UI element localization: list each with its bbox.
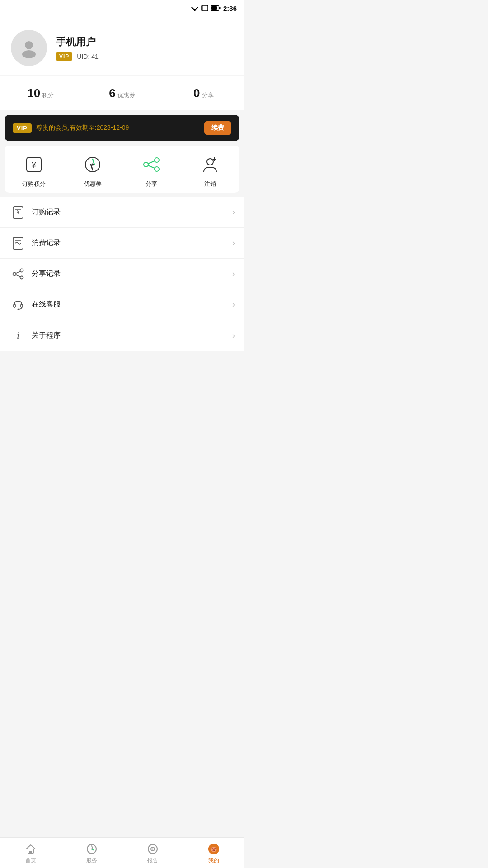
battery-icon xyxy=(211,5,221,11)
svg-line-33 xyxy=(16,274,20,276)
svg-line-20 xyxy=(148,165,155,168)
svg-point-17 xyxy=(144,162,148,167)
vip-banner: VIP 尊贵的会员,有效期至:2023-12-09 续费 xyxy=(5,115,239,141)
vip-uid-row: VIP UID: 41 xyxy=(56,52,99,61)
order-record-icon: ¥ xyxy=(9,203,27,222)
svg-point-16 xyxy=(155,158,159,162)
svg-line-32 xyxy=(16,271,20,273)
svg-point-9 xyxy=(22,50,36,58)
stats-section: 10 积分 6 优惠券 0 分享 xyxy=(0,76,244,110)
menu-text-about: 关于程序 xyxy=(32,331,232,340)
profile-info: 手机用户 VIP UID: 41 xyxy=(56,35,99,61)
svg-text:i: i xyxy=(17,330,19,341)
action-points-label: 订购积分 xyxy=(22,180,46,188)
svg-rect-34 xyxy=(14,304,15,307)
share-icon xyxy=(140,153,163,176)
stat-share-label: 分享 xyxy=(202,91,214,99)
action-coupon[interactable]: 优惠券 xyxy=(63,153,122,188)
status-bar: 2:36 xyxy=(0,0,244,16)
stat-points-number: 10 xyxy=(27,86,40,100)
svg-rect-3 xyxy=(202,5,208,11)
action-points[interactable]: ¥ 订购积分 xyxy=(5,153,63,188)
svg-point-8 xyxy=(25,41,33,49)
vip-expire-text: 尊贵的会员,有效期至:2023-12-09 xyxy=(36,124,129,132)
stat-points-label: 积分 xyxy=(42,91,54,99)
sim-icon xyxy=(201,5,208,11)
vip-badge: VIP xyxy=(56,52,72,61)
svg-point-36 xyxy=(18,308,19,310)
menu-item-about[interactable]: i 关于程序 › xyxy=(0,320,244,351)
username: 手机用户 xyxy=(56,35,99,49)
svg-point-15 xyxy=(92,164,94,166)
menu-text-order-record: 订购记录 xyxy=(32,208,232,217)
vip-banner-left: VIP 尊贵的会员,有效期至:2023-12-09 xyxy=(13,123,129,133)
menu-item-share-record[interactable]: 分享记录 › xyxy=(0,259,244,289)
menu-item-order-record[interactable]: ¥ 订购记录 › xyxy=(0,197,244,228)
action-share-label: 分享 xyxy=(145,180,157,188)
status-time: 2:36 xyxy=(223,5,237,12)
menu-section: ¥ 订购记录 › 消费记录 › xyxy=(0,197,244,351)
vip-banner-badge: VIP xyxy=(13,123,32,133)
menu-arrow-about: › xyxy=(232,331,235,340)
consume-record-icon xyxy=(9,234,27,252)
coupon-icon xyxy=(81,153,104,176)
renew-button[interactable]: 续费 xyxy=(204,121,231,135)
stat-share[interactable]: 0 分享 xyxy=(163,86,244,100)
stat-share-number: 0 xyxy=(193,86,200,100)
menu-text-customer-service: 在线客服 xyxy=(32,300,232,309)
share-record-icon xyxy=(9,265,27,283)
svg-point-30 xyxy=(13,272,16,275)
svg-text:¥: ¥ xyxy=(31,160,37,170)
avatar-icon xyxy=(18,37,40,59)
status-icons xyxy=(191,5,221,11)
customer-service-icon xyxy=(9,296,27,314)
svg-rect-6 xyxy=(211,6,217,10)
stat-coupons-number: 6 xyxy=(109,86,115,100)
svg-point-18 xyxy=(155,167,159,171)
stat-coupons[interactable]: 6 优惠券 xyxy=(81,86,162,100)
stat-points[interactable]: 10 积分 xyxy=(0,86,81,100)
about-icon: i xyxy=(9,326,27,344)
avatar[interactable] xyxy=(11,30,47,66)
action-logout[interactable]: 注销 xyxy=(181,153,239,188)
menu-arrow-customer-service: › xyxy=(232,300,235,309)
action-coupon-label: 优惠券 xyxy=(84,180,102,188)
menu-arrow-share-record: › xyxy=(232,269,235,278)
svg-point-29 xyxy=(20,269,23,272)
svg-rect-35 xyxy=(21,304,23,307)
stat-coupons-label: 优惠券 xyxy=(117,91,135,99)
menu-text-share-record: 分享记录 xyxy=(32,269,232,278)
menu-item-consume-record[interactable]: 消费记录 › xyxy=(0,228,244,259)
uid-text: UID: 41 xyxy=(77,53,98,60)
wifi-icon xyxy=(191,5,199,11)
menu-arrow-consume-record: › xyxy=(232,238,235,248)
logout-icon xyxy=(198,153,222,176)
svg-line-19 xyxy=(148,161,155,164)
profile-section: 手机用户 VIP UID: 41 xyxy=(0,16,244,75)
svg-point-21 xyxy=(207,159,213,165)
points-icon: ¥ xyxy=(22,153,46,176)
menu-item-customer-service[interactable]: 在线客服 › xyxy=(0,289,244,320)
svg-text:¥: ¥ xyxy=(16,209,20,215)
svg-rect-7 xyxy=(219,7,221,9)
svg-point-31 xyxy=(20,276,23,279)
menu-arrow-order-record: › xyxy=(232,208,235,217)
action-share[interactable]: 分享 xyxy=(122,153,181,188)
action-logout-label: 注销 xyxy=(204,180,216,188)
quick-actions: ¥ 订购积分 优惠券 xyxy=(5,146,239,193)
menu-text-consume-record: 消费记录 xyxy=(32,238,232,248)
